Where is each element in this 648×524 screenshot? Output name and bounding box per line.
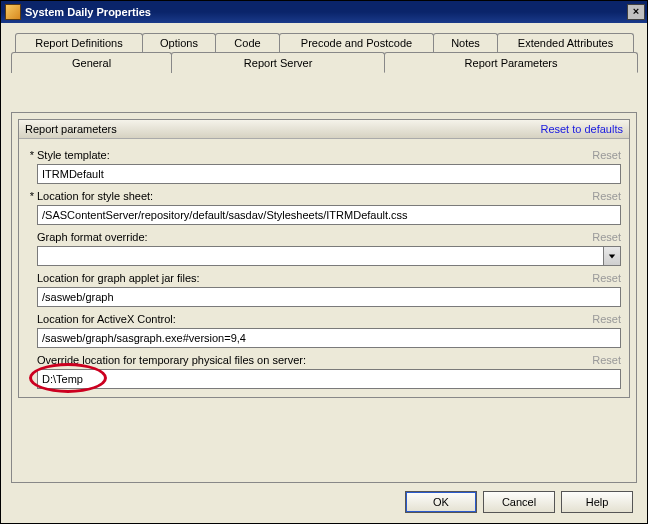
params-list: * Style template: Reset * Locati [19, 139, 629, 397]
param-reset-link[interactable]: Reset [592, 190, 621, 202]
required-marker: * [27, 190, 37, 202]
style-sheet-location-input[interactable] [37, 205, 621, 225]
tab-report-parameters[interactable]: Report Parameters [384, 52, 638, 73]
param-style-template: * Style template: Reset [27, 149, 621, 184]
tab-precode-postcode[interactable]: Precode and Postcode [279, 33, 434, 52]
tab-general[interactable]: General [11, 52, 172, 73]
group-title: Report parameters [25, 123, 540, 135]
svg-marker-0 [609, 254, 615, 258]
close-button[interactable]: × [627, 4, 645, 20]
graph-format-override-input[interactable] [38, 247, 603, 265]
param-graph-applet-jar-location: Location for graph applet jar files: Res… [27, 272, 621, 307]
graph-format-override-combo[interactable] [37, 246, 621, 266]
chevron-down-icon[interactable] [603, 247, 620, 265]
client-area: Report Definitions Options Code Precode … [1, 23, 647, 523]
dialog-window: System Daily Properties × Report Definit… [0, 0, 648, 524]
reset-to-defaults-link[interactable]: Reset to defaults [540, 123, 623, 135]
temp-files-location-input[interactable] [37, 369, 621, 389]
report-parameters-group: Report parameters Reset to defaults * St… [18, 119, 630, 398]
param-temp-files-location: Override location for temporary physical… [27, 354, 621, 389]
param-label: Location for style sheet: [37, 190, 592, 202]
param-reset-link[interactable]: Reset [592, 354, 621, 366]
tab-report-server[interactable]: Report Server [171, 52, 385, 73]
group-header: Report parameters Reset to defaults [19, 120, 629, 139]
param-label: Location for ActiveX Control: [37, 313, 592, 325]
style-template-input[interactable] [37, 164, 621, 184]
graph-applet-jar-location-input[interactable] [37, 287, 621, 307]
help-button[interactable]: Help [561, 491, 633, 513]
param-label: Override location for temporary physical… [37, 354, 592, 366]
param-label: Location for graph applet jar files: [37, 272, 592, 284]
tab-extended-attributes[interactable]: Extended Attributes [497, 33, 634, 52]
tab-panel-report-parameters: Report parameters Reset to defaults * St… [11, 112, 637, 483]
ok-button[interactable]: OK [405, 491, 477, 513]
tab-notes[interactable]: Notes [433, 33, 498, 52]
param-activex-control-location: Location for ActiveX Control: Reset [27, 313, 621, 348]
activex-control-location-input[interactable] [37, 328, 621, 348]
tab-options[interactable]: Options [142, 33, 216, 52]
param-label: Graph format override: [37, 231, 592, 243]
param-reset-link[interactable]: Reset [592, 272, 621, 284]
param-style-sheet-location: * Location for style sheet: Reset [27, 190, 621, 225]
dialog-button-row: OK Cancel Help [11, 483, 637, 517]
cancel-button[interactable]: Cancel [483, 491, 555, 513]
window-title: System Daily Properties [25, 6, 627, 18]
app-icon [5, 4, 21, 20]
titlebar: System Daily Properties × [1, 1, 647, 23]
tab-code[interactable]: Code [215, 33, 280, 52]
tab-report-definitions[interactable]: Report Definitions [15, 33, 143, 52]
param-label: Style template: [37, 149, 592, 161]
required-marker: * [27, 149, 37, 161]
param-reset-link[interactable]: Reset [592, 149, 621, 161]
tab-strip: Report Definitions Options Code Precode … [11, 33, 637, 73]
param-reset-link[interactable]: Reset [592, 313, 621, 325]
param-graph-format-override: Graph format override: Reset [27, 231, 621, 266]
param-reset-link[interactable]: Reset [592, 231, 621, 243]
